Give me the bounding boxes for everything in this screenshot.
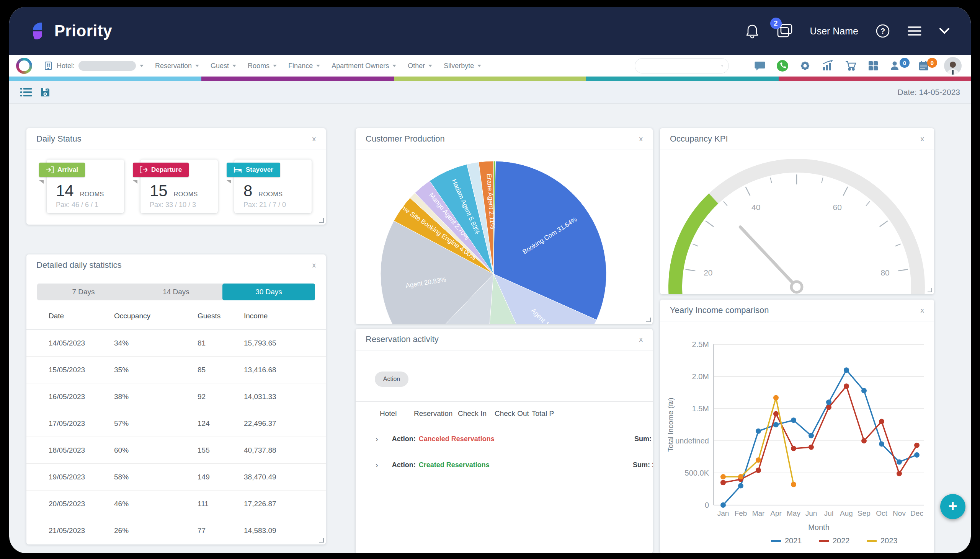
table-row: 20/05/202346%11117,226.87 <box>26 491 326 517</box>
reservation-group-row[interactable]: ›Action:Canceled ReservationsSum: -1 <box>356 426 653 452</box>
card-title: Yearly Income comparison <box>670 305 769 315</box>
close-icon[interactable]: x <box>312 135 316 143</box>
svg-text:Jul: Jul <box>824 509 833 517</box>
gear-icon[interactable] <box>799 60 811 71</box>
departure-rooms-count: 15 <box>150 182 168 200</box>
reservation-group-row[interactable]: ›Action:Created ReservationsSum: 10 <box>356 452 653 478</box>
strip-segment <box>201 76 394 81</box>
menu-item-finance[interactable]: Finance <box>288 62 320 70</box>
period-tabs: 7 Days 14 Days 30 Days <box>37 283 315 300</box>
menu-item-guest[interactable]: Guest <box>210 62 236 70</box>
close-icon[interactable]: x <box>639 135 643 143</box>
departure-icon <box>140 167 147 173</box>
stayover-ribbon: Stayover <box>227 163 280 177</box>
brand[interactable]: Priority <box>30 21 112 41</box>
search-box[interactable] <box>635 58 729 73</box>
svg-text:0: 0 <box>705 501 709 509</box>
resize-handle[interactable] <box>927 288 932 292</box>
menu-item-reservation[interactable]: Reservation <box>155 62 199 70</box>
daily-status-card: Daily Status x Arrival 14 ROOMS Pax: 46 … <box>26 128 326 225</box>
statistics-icon[interactable] <box>821 60 834 71</box>
svg-text:80: 80 <box>881 268 889 277</box>
resize-handle[interactable] <box>319 218 324 223</box>
close-icon[interactable]: x <box>312 261 316 270</box>
tab-7-days[interactable]: 7 Days <box>37 283 130 300</box>
whatsapp-icon[interactable] <box>776 60 789 72</box>
reservation-table-header: HotelReservationCheck InCheck OutTotal P <box>356 401 653 426</box>
table-row: 21/05/202326%7714,583.09 <box>26 517 326 544</box>
close-icon[interactable]: x <box>639 335 643 344</box>
hotel-selector[interactable]: Hotel: <box>44 61 144 71</box>
occupancy-gauge-chart[interactable]: 20406080 <box>660 150 934 294</box>
card-title: Occupancy KPI <box>670 134 728 144</box>
tab-30-days[interactable]: 30 Days <box>222 283 315 300</box>
svg-text:1.5M: 1.5M <box>692 404 709 413</box>
hotel-name-pill[interactable] <box>78 61 136 71</box>
svg-text:Jan: Jan <box>717 509 729 517</box>
hamburger-menu-icon[interactable] <box>907 25 922 37</box>
caret-icon <box>392 64 396 67</box>
action-button[interactable]: Action <box>375 372 409 387</box>
table-row: 16/05/202338%9214,031.33 <box>26 384 326 410</box>
stayover-tile[interactable]: Stayover 8 ROOMS Pax: 21 / 7 / 0 <box>234 160 311 213</box>
caret-icon <box>316 64 320 67</box>
arrival-tile[interactable]: Arrival 14 ROOMS Pax: 46 / 6 / 1 <box>47 160 124 213</box>
strip-segment <box>586 76 778 81</box>
tab-14-days[interactable]: 14 Days <box>130 283 222 300</box>
svg-text:Sep: Sep <box>858 509 871 517</box>
table-row: 18/05/202360%15540,737.88 <box>26 437 326 464</box>
contacts-icon[interactable]: 0 <box>890 60 902 71</box>
departure-tile[interactable]: Departure 15 ROOMS Pax: 33 / 10 / 3 <box>141 160 218 213</box>
sum-value: Sum: -1 <box>634 435 653 443</box>
caret-icon <box>195 64 199 67</box>
occupancy-kpi-card: Occupancy KPI x 20406080 <box>660 128 934 294</box>
menu-item-other[interactable]: Other <box>408 62 432 70</box>
expand-chevron-icon[interactable]: › <box>376 435 378 443</box>
customer-production-pie-chart[interactable]: Booking.Com 31.64%Agent 11.64%Agent 20.8… <box>356 150 653 324</box>
menu-item-silverbyte[interactable]: Silverbyte <box>444 62 481 70</box>
menu-item-rooms[interactable]: Rooms <box>248 62 277 70</box>
close-icon[interactable]: x <box>920 306 924 314</box>
calendar-icon[interactable]: 0 <box>918 60 929 71</box>
departure-pax: Pax: 33 / 10 / 3 <box>150 201 196 209</box>
card-title: Daily Status <box>36 134 81 144</box>
resize-handle[interactable] <box>319 538 324 542</box>
cart-icon[interactable] <box>844 60 857 71</box>
notifications-bell-icon[interactable] <box>745 23 760 39</box>
search-input[interactable] <box>641 62 721 69</box>
help-icon[interactable]: ? <box>875 23 891 39</box>
expand-chevron-icon[interactable]: › <box>376 461 378 470</box>
svg-text:Oct: Oct <box>876 509 887 517</box>
strip-segment <box>9 76 201 81</box>
save-icon[interactable] <box>40 87 51 98</box>
add-button[interactable]: + <box>940 494 965 519</box>
search-icon <box>721 62 723 69</box>
user-name[interactable]: User Name <box>810 26 858 37</box>
svg-text:Aug: Aug <box>840 509 853 517</box>
caret-icon <box>232 64 236 67</box>
user-avatar[interactable] <box>944 57 962 74</box>
windows-stack-icon[interactable]: 2 <box>776 23 793 39</box>
menu-color-strip <box>9 76 971 81</box>
notification-badge: 2 <box>770 18 782 29</box>
grid-apps-icon[interactable] <box>867 60 879 71</box>
menu-item-apartment-owners[interactable]: Apartment Owners <box>331 62 396 70</box>
list-view-icon[interactable] <box>20 87 32 98</box>
chat-icon[interactable] <box>754 60 766 71</box>
app-window: Priority 2 User Name ? <box>9 7 971 553</box>
resize-handle[interactable] <box>646 318 651 322</box>
chevron-down-icon[interactable] <box>939 27 950 35</box>
yearly-income-line-chart[interactable]: 2.5M2.0M1.5Mundefined500.0K0JanFebMarApr… <box>660 321 934 553</box>
close-icon[interactable]: x <box>920 135 924 143</box>
card-title: Reservation activity <box>366 334 439 344</box>
arrival-ribbon: Arrival <box>39 163 85 177</box>
caret-icon <box>273 64 277 67</box>
arrival-rooms-count: 14 <box>56 182 74 200</box>
strip-segment <box>779 76 971 81</box>
silverbyte-ring-logo[interactable] <box>16 58 32 74</box>
bed-icon <box>233 167 242 173</box>
toolbar: Date: 14-05-2023 <box>9 81 971 104</box>
building-icon <box>44 61 53 70</box>
svg-text:Feb: Feb <box>735 509 747 517</box>
brand-name: Priority <box>55 22 112 40</box>
